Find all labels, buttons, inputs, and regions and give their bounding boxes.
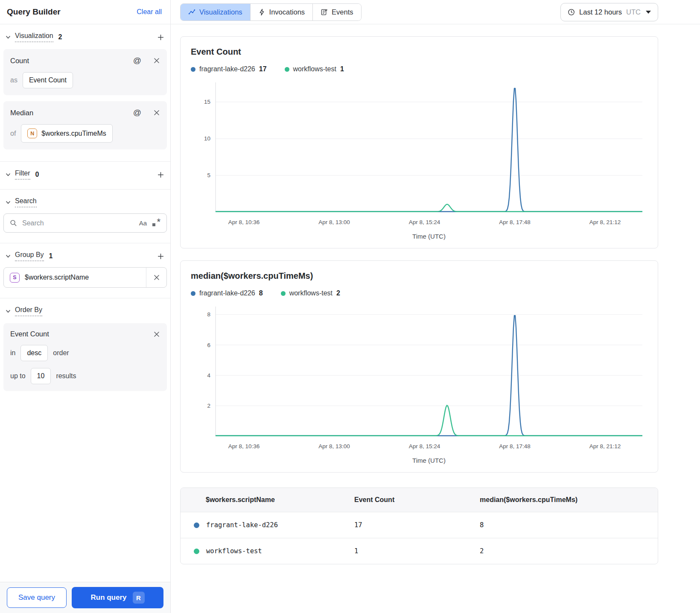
regex-icon[interactable]: *: [152, 219, 160, 227]
add-filter-icon[interactable]: [157, 171, 164, 178]
svg-text:Time (UTC): Time (UTC): [412, 233, 446, 240]
tab-invocations[interactable]: Invocations: [251, 4, 313, 20]
tab-events[interactable]: Events: [313, 4, 361, 20]
page-title: Query Builder: [7, 7, 61, 17]
mention-icon[interactable]: @: [133, 56, 141, 65]
event-count-chart-card: Event Count fragrant-lake-d22617workflow…: [180, 36, 658, 248]
save-query-button[interactable]: Save query: [7, 587, 67, 608]
chevron-down-icon[interactable]: [5, 34, 11, 40]
tab-visualizations[interactable]: Visualizations: [181, 4, 251, 20]
tab-label: Visualizations: [199, 8, 242, 16]
remove-group-by-button[interactable]: [146, 268, 166, 287]
legend-item[interactable]: fragrant-lake-d2268: [191, 289, 263, 297]
svg-text:Apr 8, 10:36: Apr 8, 10:36: [228, 219, 260, 225]
count-visualization-card: Count @ as Event Count: [3, 49, 167, 95]
svg-text:5: 5: [207, 172, 210, 178]
legend-item[interactable]: workflows-test2: [281, 289, 340, 297]
section-search: Search Aa *: [0, 190, 170, 243]
script-name-cell: workflows-test: [206, 547, 262, 555]
close-icon: [153, 274, 160, 281]
remove-median-icon[interactable]: [153, 109, 160, 116]
run-query-label: Run query: [90, 593, 126, 602]
group-by-item: S $workers.scriptName: [3, 267, 167, 288]
svg-text:10: 10: [204, 135, 210, 142]
event-count-cell: 1: [354, 547, 480, 555]
series-color-dot: [194, 523, 199, 528]
chevron-down-icon[interactable]: [5, 172, 11, 178]
add-visualization-icon[interactable]: [157, 34, 164, 41]
svg-text:Apr 8, 21:12: Apr 8, 21:12: [589, 219, 621, 225]
chart-title: median($workers.cpuTimeMs): [191, 271, 648, 281]
legend-item[interactable]: fragrant-lake-d22617: [191, 65, 267, 73]
chart-title: Event Count: [191, 47, 648, 57]
chevron-down-icon[interactable]: [5, 253, 11, 259]
svg-text:Time (UTC): Time (UTC): [412, 457, 446, 464]
section-order-by: Order By Event Count in desc order up to: [0, 298, 170, 403]
legend-label: fragrant-lake-d226: [199, 289, 255, 297]
svg-text:8: 8: [207, 311, 210, 318]
visualization-label: Visualization: [15, 32, 53, 42]
group-by-field-selector[interactable]: S $workers.scriptName: [4, 268, 146, 287]
remove-order-by-icon[interactable]: [153, 331, 160, 338]
timezone-label: UTC: [626, 8, 641, 16]
visualization-count: 2: [58, 33, 62, 41]
mention-icon[interactable]: @: [133, 108, 141, 117]
svg-text:15: 15: [204, 99, 210, 105]
result-limit-input[interactable]: 10: [31, 368, 51, 384]
results-table: $workers.scriptName Event Count median($…: [180, 487, 658, 564]
table-header: $workers.scriptName Event Count median($…: [181, 488, 658, 512]
median-cputime-plot: 2468Apr 8, 10:36Apr 8, 13:00Apr 8, 15:24…: [191, 303, 648, 468]
count-alias-field[interactable]: Event Count: [23, 72, 73, 88]
series-color-dot: [194, 549, 199, 554]
add-group-by-icon[interactable]: [157, 253, 164, 260]
clear-all-button[interactable]: Clear all: [137, 8, 162, 16]
median-card-title: Median: [10, 109, 33, 117]
clock-icon: [568, 9, 575, 16]
order-by-field: Event Count: [10, 330, 49, 338]
legend-dot: [191, 291, 195, 296]
query-builder-page: Query Builder Clear all Visualization 2 …: [0, 0, 700, 613]
chart-legend: fragrant-lake-d22617workflows-test1: [191, 65, 648, 73]
legend-value: 8: [259, 289, 263, 297]
search-label: Search: [15, 197, 37, 207]
group-by-count: 1: [49, 252, 53, 260]
event-count-cell: 17: [354, 521, 480, 529]
table-row[interactable]: workflows-test12: [181, 538, 658, 564]
string-type-icon: S: [10, 273, 20, 283]
legend-item[interactable]: workflows-test1: [285, 65, 344, 73]
column-script-name: $workers.scriptName: [181, 496, 354, 504]
time-range-selector[interactable]: Last 12 hours UTC: [560, 3, 658, 21]
sidebar-scroll-area: Visualization 2 Count @ as Event Count: [0, 24, 170, 582]
svg-text:Apr 8, 21:12: Apr 8, 21:12: [589, 443, 621, 450]
remove-count-icon[interactable]: [153, 57, 160, 64]
sort-direction-selector[interactable]: desc: [20, 345, 48, 361]
tab-label: Events: [332, 8, 353, 16]
order-by-label: Order By: [15, 306, 42, 316]
results-label: results: [56, 372, 76, 380]
keyboard-shortcut-badge: R: [133, 592, 145, 604]
column-median-cputime: median($workers.cpuTimeMs): [480, 496, 658, 504]
filter-label: Filter: [15, 169, 30, 180]
group-by-field-name: $workers.scriptName: [25, 274, 89, 281]
search-input[interactable]: [22, 219, 134, 227]
chevron-down-icon[interactable]: [5, 199, 11, 205]
legend-label: workflows-test: [293, 65, 336, 73]
legend-dot: [191, 67, 195, 72]
run-query-button[interactable]: Run query R: [72, 587, 163, 608]
table-row[interactable]: fragrant-lake-d226178: [181, 512, 658, 538]
sidebar-footer: Save query Run query R: [0, 582, 170, 613]
chevron-down-icon[interactable]: [5, 308, 11, 314]
section-filter: Filter 0: [0, 162, 170, 190]
column-event-count: Event Count: [354, 496, 480, 504]
event-count-plot: 51015Apr 8, 10:36Apr 8, 13:00Apr 8, 15:2…: [191, 79, 648, 244]
median-cputime-chart-card: median($workers.cpuTimeMs) fragrant-lake…: [180, 260, 658, 473]
svg-text:Apr 8, 15:24: Apr 8, 15:24: [409, 219, 440, 225]
match-case-icon[interactable]: Aa: [139, 219, 147, 227]
svg-text:Apr 8, 13:00: Apr 8, 13:00: [318, 443, 350, 450]
main-header: Visualizations Invocations Events: [171, 0, 700, 24]
main-content: Visualizations Invocations Events: [171, 0, 700, 613]
table-body: fragrant-lake-d226178workflows-test12: [181, 512, 658, 564]
median-cputime-cell: 8: [480, 521, 658, 529]
median-field-selector[interactable]: N $workers.cpuTimeMs: [21, 124, 112, 143]
time-range-label: Last 12 hours: [579, 8, 622, 16]
